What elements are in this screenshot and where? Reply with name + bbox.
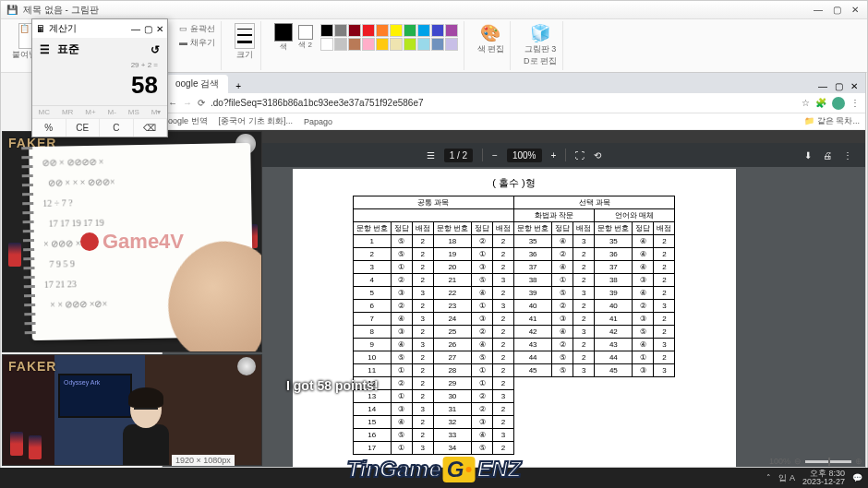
star-icon[interactable]: ☆ — [802, 98, 810, 108]
color-swatch[interactable] — [320, 24, 333, 37]
maximize-icon[interactable]: ▢ — [144, 24, 152, 34]
back-icon[interactable]: ← — [168, 98, 177, 108]
calc-mem-btn[interactable]: MC — [38, 108, 49, 116]
bookmark-item[interactable]: Papago — [304, 117, 332, 126]
browser-window: oogle 검색 + — ▢ ✕ ← → ⟳ .do?fileSeq=3186b… — [162, 72, 866, 468]
download-icon[interactable]: ⬇ — [804, 150, 812, 161]
more-icon[interactable]: ⋮ — [843, 150, 852, 161]
fit-page-icon[interactable]: ⛶ — [575, 150, 585, 161]
color-swatch[interactable] — [417, 38, 430, 51]
color-swatch[interactable] — [376, 24, 389, 37]
bookmark-folder[interactable]: 📁 같은 목차... — [804, 115, 860, 127]
extension-icon[interactable]: 🧩 — [815, 98, 826, 108]
print-icon[interactable]: 🖨 — [823, 150, 832, 161]
color2-swatch[interactable] — [298, 25, 313, 40]
color-swatch[interactable] — [334, 24, 347, 37]
handwriting: ⊘⊘ × × × ⊘⊘⊘× — [48, 176, 115, 187]
url-text: .do?fileSeq=3186b86a1bc93ee3e37a751f92e5… — [211, 98, 796, 108]
minimize-icon[interactable]: — — [812, 5, 825, 15]
new-tab-icon[interactable]: + — [230, 79, 247, 93]
ime-indicator[interactable]: 입 A — [778, 472, 795, 484]
calc-mem-btn[interactable]: M▾ — [151, 108, 162, 116]
calc-memory-row: MCMRM+M-MSM▾ — [32, 105, 167, 118]
ribbon-label: 크기 — [236, 49, 253, 61]
close-icon[interactable]: ✕ — [850, 81, 858, 91]
color-swatch[interactable] — [445, 24, 458, 37]
zoom-out-icon[interactable]: − — [492, 150, 498, 161]
paint-zoom-status[interactable]: 100%⊖⊕ — [769, 457, 862, 466]
handwriting: 17 21 23 — [44, 279, 77, 290]
calc-button[interactable]: % — [32, 118, 66, 137]
webcam-notebook: FAKER ⊘⊘ × ⊘⊘⊘⊘ ×⊘⊘ × × × ⊘⊘⊘×12 ÷ 7 ?17… — [2, 131, 262, 352]
palette-icon[interactable]: 🎨 — [480, 23, 500, 43]
color-swatch[interactable] — [404, 24, 416, 37]
ribbon-label: 색 편집 — [477, 43, 505, 55]
maximize-icon[interactable]: ▢ — [835, 81, 843, 91]
color-swatch[interactable] — [390, 38, 403, 51]
color1-swatch[interactable] — [274, 23, 293, 42]
stroke-size-icon[interactable] — [235, 23, 255, 49]
outline-option[interactable]: ▭ 윤곽선 — [179, 23, 215, 35]
close-icon[interactable]: ✕ — [156, 24, 163, 34]
bookmarks-bar: oogle 번역 [중국어 기초 회화]... Papago 📁 같은 목차..… — [163, 113, 865, 130]
handwriting: ⊘⊘ × ⊘⊘⊘⊘ × — [42, 157, 103, 168]
calc-mem-btn[interactable]: MS — [128, 108, 139, 116]
calc-button[interactable]: ⌫ — [134, 118, 168, 137]
maximize-icon[interactable]: ▢ — [830, 5, 843, 15]
pdf-page-indicator[interactable]: 1 / 2 — [444, 149, 473, 162]
paint-save-icon[interactable]: 💾 — [6, 5, 18, 15]
pdf-zoom[interactable]: 100% — [507, 149, 542, 162]
menu-icon[interactable]: ⋮ — [850, 98, 860, 108]
calc-button[interactable]: C — [100, 118, 134, 137]
calc-display: 58 — [32, 69, 167, 105]
color-swatch[interactable] — [362, 38, 375, 51]
color-swatch[interactable] — [348, 24, 361, 37]
calc-button[interactable]: CE — [66, 118, 101, 137]
minimize-icon[interactable]: — — [818, 81, 827, 91]
calc-mem-btn[interactable]: MR — [62, 108, 73, 116]
ribbon-label: 그림판 3 D로 편집 — [524, 43, 557, 67]
redbull-can — [10, 432, 23, 456]
ribbon-paint3d[interactable]: 🧊 그림판 3 D로 편집 — [518, 21, 563, 70]
minimize-icon[interactable]: — — [131, 24, 140, 34]
color-swatch[interactable] — [404, 38, 416, 51]
reload-icon[interactable]: ⟳ — [198, 98, 205, 108]
fill-option[interactable]: ▬ 채우기 — [179, 37, 215, 49]
color-swatch[interactable] — [431, 24, 444, 37]
color-swatch[interactable] — [348, 38, 361, 51]
bookmark-item[interactable]: [중국어 기초 회화]... — [219, 115, 294, 127]
redbull-can — [29, 435, 42, 459]
color-swatch[interactable] — [431, 38, 444, 51]
menu-icon[interactable]: ☰ — [40, 43, 50, 56]
color-swatch[interactable] — [376, 38, 389, 51]
pdf-sidebar-icon[interactable]: ☰ — [427, 150, 435, 161]
color-swatch[interactable] — [417, 24, 430, 37]
history-icon[interactable]: ↺ — [151, 43, 160, 56]
color-swatch[interactable] — [362, 24, 375, 37]
color-swatch[interactable] — [334, 38, 347, 51]
browser-tab[interactable]: oogle 검색 — [166, 75, 228, 93]
color-palette[interactable] — [320, 24, 458, 51]
profile-icon[interactable] — [832, 97, 845, 110]
rotate-icon[interactable]: ⟲ — [594, 150, 601, 161]
address-bar[interactable]: ← → ⟳ .do?fileSeq=3186b86a1bc93ee3e37a75… — [163, 93, 865, 113]
close-icon[interactable]: ✕ — [849, 5, 862, 15]
taskbar-clock[interactable]: 오후 8:302023-12-27 — [802, 470, 845, 486]
notification-icon[interactable]: 💬 — [852, 473, 862, 482]
forward-icon[interactable]: → — [183, 98, 192, 108]
calc-buttons: %CEC⌫ — [32, 118, 167, 137]
color-swatch[interactable] — [390, 24, 403, 37]
zoom-in-icon[interactable]: + — [551, 150, 557, 161]
webcam-face: FAKER Odyssey Ark — [2, 354, 262, 466]
color-swatch[interactable] — [445, 38, 458, 51]
paint3d-icon[interactable]: 🧊 — [530, 23, 550, 43]
calc-mem-btn[interactable]: M- — [108, 108, 116, 116]
calc-titlebar[interactable]: 🖩 계산기 — ▢ ✕ — [32, 19, 167, 38]
taskbar-tray-icon[interactable]: ˄ — [766, 473, 771, 482]
ribbon-size: 크기 — [229, 21, 261, 70]
ribbon-edit-colors[interactable]: 🎨 색 편집 — [472, 21, 512, 70]
calc-mem-btn[interactable]: M+ — [85, 108, 95, 116]
color-swatch[interactable] — [320, 38, 333, 51]
bookmark-item[interactable]: oogle 번역 — [168, 115, 208, 127]
pdf-viewport[interactable]: ( 홀수 )형 공통 과목선택 과목화법과 작문언어와 매체문항 번호정답배점문… — [163, 167, 865, 467]
